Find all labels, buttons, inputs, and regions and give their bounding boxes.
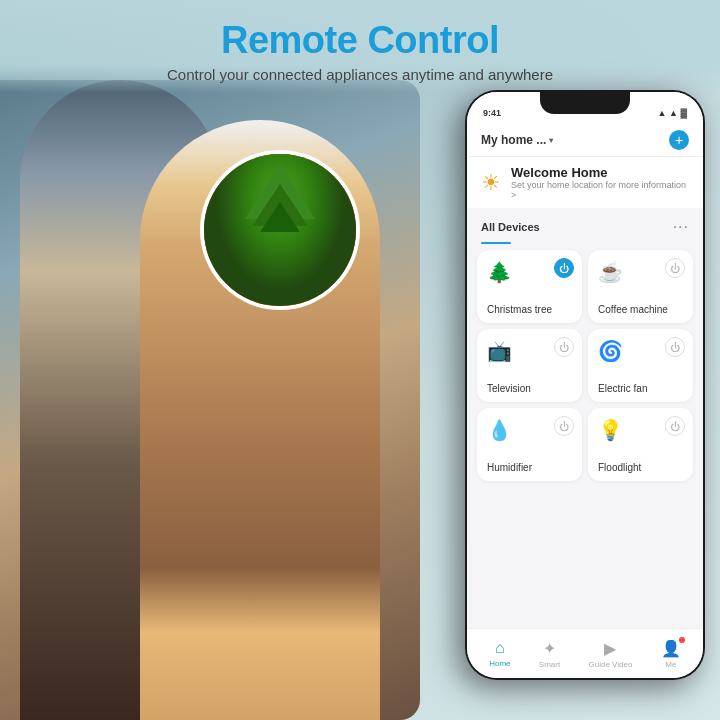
device-name-1: Coffee machine xyxy=(598,304,683,315)
device-name-0: Christmas tree xyxy=(487,304,572,315)
device-card-television[interactable]: 📺Television⏻ xyxy=(477,329,582,402)
tree-image-inner xyxy=(204,154,356,306)
header-section: Remote Control Control your connected ap… xyxy=(0,0,720,93)
device-name-4: Humidifier xyxy=(487,462,572,473)
page-title: Remote Control xyxy=(40,20,680,62)
nav-label-2: Guide Video xyxy=(589,660,633,669)
device-card-electric-fan[interactable]: 🌀Electric fan⏻ xyxy=(588,329,693,402)
sun-icon: ☀ xyxy=(481,170,501,196)
welcome-section: ☀ Welcome Home Set your home location fo… xyxy=(467,157,703,208)
nav-item-home[interactable]: ⌂Home xyxy=(489,639,510,668)
device-grid: 🌲Christmas tree⏻☕Coffee machine⏻📺Televis… xyxy=(467,250,703,481)
page-subtitle: Control your connected appliances anytim… xyxy=(40,66,680,83)
nav-label-3: Me xyxy=(665,660,676,669)
phone-screen: 9:41 ▲ ▲ ▓ My home ... ▾ + ☀ Welcome Hom… xyxy=(467,92,703,678)
circle-tree-image xyxy=(200,150,360,310)
nav-icon-2: ▶ xyxy=(604,639,616,658)
nav-icon-0: ⌂ xyxy=(495,639,505,657)
device-card-coffee-machine[interactable]: ☕Coffee machine⏻ xyxy=(588,250,693,323)
welcome-subtitle: Set your home location for more informat… xyxy=(511,180,689,200)
phone-mockup: 9:41 ▲ ▲ ▓ My home ... ▾ + ☀ Welcome Hom… xyxy=(465,90,705,680)
nav-icon-1: ✦ xyxy=(543,639,556,658)
home-selector[interactable]: My home ... ▾ xyxy=(481,133,553,147)
device-toggle-2[interactable]: ⏻ xyxy=(554,337,574,357)
device-toggle-4[interactable]: ⏻ xyxy=(554,416,574,436)
more-options-icon[interactable]: ··· xyxy=(673,218,689,236)
tree-icon xyxy=(245,164,315,219)
welcome-title: Welcome Home xyxy=(511,165,689,180)
nav-label-0: Home xyxy=(489,659,510,668)
status-time: 9:41 xyxy=(483,108,501,118)
device-name-5: Floodlight xyxy=(598,462,683,473)
devices-header: All Devices ··· xyxy=(467,210,703,240)
add-device-button[interactable]: + xyxy=(669,130,689,150)
device-name-3: Electric fan xyxy=(598,383,683,394)
chevron-down-icon: ▾ xyxy=(549,136,553,145)
phone-notch xyxy=(540,92,630,114)
device-name-2: Television xyxy=(487,383,572,394)
active-indicator xyxy=(481,242,511,244)
nav-label-1: Smart xyxy=(539,660,560,669)
nav-icon-3: 👤 xyxy=(661,639,681,658)
nav-item-guide-video[interactable]: ▶Guide Video xyxy=(589,639,633,669)
home-name: My home ... xyxy=(481,133,546,147)
welcome-text: Welcome Home Set your home location for … xyxy=(511,165,689,200)
device-toggle-5[interactable]: ⏻ xyxy=(665,416,685,436)
device-toggle-0[interactable]: ⏻ xyxy=(554,258,574,278)
devices-label: All Devices xyxy=(481,221,540,233)
device-card-christmas-tree[interactable]: 🌲Christmas tree⏻ xyxy=(477,250,582,323)
device-card-floodlight[interactable]: 💡Floodlight⏻ xyxy=(588,408,693,481)
nav-item-me[interactable]: 👤Me xyxy=(661,639,681,669)
status-icons: ▲ ▲ ▓ xyxy=(658,108,687,118)
device-toggle-1[interactable]: ⏻ xyxy=(665,258,685,278)
app-header: My home ... ▾ + xyxy=(467,122,703,157)
device-card-humidifier[interactable]: 💧Humidifier⏻ xyxy=(477,408,582,481)
app-content: My home ... ▾ + ☀ Welcome Home Set your … xyxy=(467,122,703,628)
device-toggle-3[interactable]: ⏻ xyxy=(665,337,685,357)
bottom-navigation: ⌂Home✦Smart▶Guide Video👤Me xyxy=(467,628,703,678)
nav-item-smart[interactable]: ✦Smart xyxy=(539,639,560,669)
